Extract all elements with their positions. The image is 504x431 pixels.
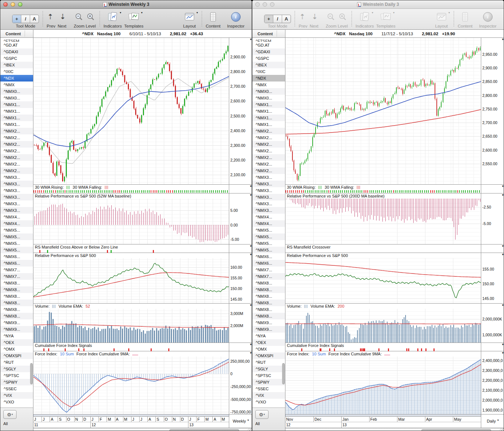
sidebar-item-ibex[interactable]: ^IBEX (0, 62, 33, 68)
sidebar-item-nmx1[interactable]: ^NMX1... (252, 108, 285, 115)
sidebar-item-omx[interactable]: ^OMX (0, 346, 33, 352)
sidebar-item-nmx6[interactable]: ^NMX6... (0, 253, 33, 260)
sidebar-item-sgly[interactable]: ^SGLY (0, 366, 33, 372)
sidebar-item-nmx3[interactable]: ^NMX3... (252, 200, 285, 207)
sidebar-item-nmx1[interactable]: ^NMX1... (0, 121, 33, 128)
sidebar-item-nmx8[interactable]: ^NMX8... (252, 313, 285, 319)
sidebar-item-nmx4[interactable]: ^NMX4... (252, 220, 285, 227)
panel-menu-button[interactable]: ▾ (250, 343, 252, 346)
sidebar-item-nmx2[interactable]: ^NMX2... (0, 154, 33, 161)
sidebar-item-spwy[interactable]: ^SPWY (0, 379, 33, 385)
sidebar-item-nmx8[interactable]: ^NMX8... (252, 306, 285, 313)
sidebar-item-nmx8[interactable]: ^NMX8... (252, 300, 285, 306)
sidebar-item-nmx5[interactable]: ^NMX5... (0, 240, 33, 247)
sidebar-item-vxo[interactable]: ^VXO (0, 399, 33, 405)
panel-menu-button[interactable]: ▾ (250, 351, 252, 355)
sidebar-item-nmx5[interactable]: ^NMX5... (0, 247, 33, 253)
rp1-chart-canvas[interactable] (285, 199, 481, 244)
sidebar-scrollbar[interactable] (30, 38, 33, 408)
zoom-out-button[interactable] (327, 12, 335, 22)
sidebar-item-nmx8[interactable]: ^NMX8... (0, 313, 33, 319)
sidebar-item-nmx2[interactable]: ^NMX2... (252, 167, 285, 174)
sidebar-item-nmx9[interactable]: ^NMX9... (252, 326, 285, 333)
inspector-icon[interactable]: i (231, 12, 241, 22)
panel-menu-button[interactable]: ▾ (502, 351, 504, 355)
indicators-button[interactable]: ▾ (359, 12, 370, 22)
horizontal-scrollbar[interactable] (33, 428, 252, 431)
line-tool-button[interactable]: / (273, 15, 282, 23)
indicators-button[interactable]: ▾ (107, 12, 118, 22)
sidebar-item-nmx8[interactable]: ^NMX8... (0, 280, 33, 286)
sidebar-item-nmx8[interactable]: ^NMX8... (0, 300, 33, 306)
panel-menu-button[interactable]: ▾ (502, 185, 504, 188)
titlebar[interactable]: Weinstein Weekly 3 (0, 0, 252, 9)
sidebar-item-nmx5[interactable]: ^NMX5... (0, 233, 33, 240)
sidebar-item-gdaxi[interactable]: ^GDAXI (0, 48, 33, 55)
sidebar-item-nmx2[interactable]: ^NMX2... (252, 154, 285, 161)
sidebar-scrollbar[interactable] (282, 38, 285, 408)
sidebar-item-gspc[interactable]: ^GSPC (0, 55, 33, 62)
sidebar-item-ssec[interactable]: ^SSEC (0, 385, 33, 392)
line-tool-button[interactable]: / (21, 15, 30, 23)
sidebar-item-nmx2[interactable]: ^NMX2... (252, 128, 285, 134)
zoom-in-button[interactable] (339, 12, 347, 22)
inspector-icon[interactable]: i (483, 12, 493, 22)
sidebar-item-nmx2[interactable]: ^NMX2... (0, 161, 33, 167)
scrollbar-thumb[interactable] (30, 363, 33, 384)
content-button[interactable] (209, 12, 217, 22)
sidebar-item-oex[interactable]: ^OEX (252, 339, 285, 346)
sidebar-item-nmx8[interactable]: ^NMX8... (0, 306, 33, 313)
sidebar-content-header[interactable]: Content (0, 30, 33, 37)
price-chart-canvas[interactable] (33, 38, 229, 184)
text-tool-button[interactable]: A (30, 15, 39, 23)
rp2-chart-canvas[interactable] (33, 258, 229, 303)
next-button[interactable]: ⇣ (60, 13, 66, 21)
sidebar-item-nmx2[interactable]: ^NMX2... (252, 148, 285, 154)
period-dropdown[interactable]: Daily▾ (481, 414, 504, 428)
sidebar-item-nmx1[interactable]: ^NMX1... (0, 101, 33, 108)
sidebar-item-nmx3[interactable]: ^NMX3... (252, 187, 285, 194)
sidebar-item-partial[interactable]: ^FTSEM... (252, 38, 285, 42)
sidebar-item-nmx2[interactable]: ^NMX2... (0, 167, 33, 174)
action-gear-button[interactable]: ⚙▾ (255, 410, 269, 419)
sidebar-item-sptsc[interactable]: ^SPTSC (252, 372, 285, 379)
symbol-list[interactable]: ^FTSEM...^GD.AT^GDAXI^GSPC^IBEX^IXIC^NDX… (252, 38, 285, 408)
sidebar-item-nmx3[interactable]: ^NMX3... (0, 194, 33, 200)
templates-button[interactable]: ▾ (380, 12, 392, 22)
sidebar-item-nmx7[interactable]: ^NMX7... (252, 267, 285, 273)
sidebar-item-nmx7[interactable]: ^NMX7... (252, 273, 285, 280)
sidebar-item-nmx8[interactable]: ^NMX8... (252, 286, 285, 293)
sidebar-item-nmx3[interactable]: ^NMX3... (0, 207, 33, 214)
sidebar-item-nmx2[interactable]: ^NMX2... (0, 134, 33, 141)
templates-button[interactable]: ▾ (128, 12, 140, 22)
sidebar-item-nmx9[interactable]: ^NMX9... (252, 319, 285, 326)
sidebar-item-nmx8[interactable]: ^NMX8... (0, 286, 33, 293)
sidebar-item-vix[interactable]: ^VIX (252, 392, 285, 399)
titlebar[interactable]: Weinstein Daily 3 (252, 0, 504, 9)
sidebar-item-nmx1[interactable]: ^NMX1... (252, 101, 285, 108)
panel-menu-button[interactable]: ▾ (502, 253, 504, 256)
sidebar-item-gdat[interactable]: ^GD.AT (0, 42, 33, 48)
sidebar-item-nmx[interactable]: ^NMX (0, 82, 33, 88)
force-chart-canvas[interactable] (33, 356, 229, 414)
sidebar-item-nmx3[interactable]: ^NMX3... (0, 200, 33, 207)
scrollbar-thumb[interactable] (169, 429, 240, 431)
sidebar-item-nmx3[interactable]: ^NMX3... (252, 174, 285, 181)
panel-menu-button[interactable]: ▾ (502, 38, 504, 41)
prev-button[interactable]: ⇡ (47, 13, 53, 21)
sidebar-item-nmx4[interactable]: ^NMX4... (0, 220, 33, 227)
sidebar-item-partial[interactable]: ^FTSEM... (0, 38, 33, 42)
sidebar-item-nmx3[interactable]: ^NMX3... (0, 187, 33, 194)
sidebar-item-nmx6[interactable]: ^NMX6... (252, 253, 285, 260)
sidebar-item-nmx6[interactable]: ^NMX6... (0, 260, 33, 267)
sidebar-item-nmx5[interactable]: ^NMX5... (252, 233, 285, 240)
sidebar-item-nmx5[interactable]: ^NMX5... (252, 247, 285, 253)
sidebar-item-nmx2[interactable]: ^NMX2... (252, 134, 285, 141)
sidebar-item-nmx5[interactable]: ^NMX5... (252, 240, 285, 247)
force-chart-canvas[interactable] (285, 356, 481, 414)
next-button[interactable]: ⇣ (312, 13, 318, 21)
panel-menu-button[interactable]: ▾ (502, 343, 504, 346)
sidebar-item-sptsc[interactable]: ^SPTSC (0, 372, 33, 379)
sidebar-item-nmx3[interactable]: ^NMX3... (252, 194, 285, 200)
sidebar-item-omxspi[interactable]: ^OMXSPI (252, 352, 285, 359)
